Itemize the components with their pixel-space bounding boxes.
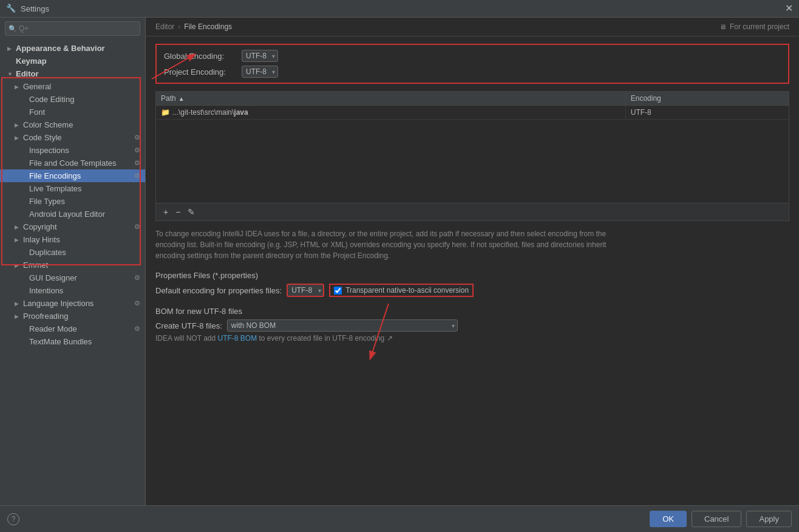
bottom-right: OK Cancel Apply: [650, 511, 792, 527]
sidebar-item-inspections[interactable]: Inspections ⚙: [0, 144, 145, 157]
sidebar-item-textmate[interactable]: TextMate Bundles: [0, 335, 145, 348]
help-button[interactable]: ?: [7, 513, 19, 525]
chevron-icon: ▶: [15, 84, 21, 90]
apply-button[interactable]: Apply: [746, 511, 792, 527]
sidebar-item-label: Emmet: [23, 261, 48, 270]
monitor-icon: 🖥: [719, 23, 726, 30]
sidebar-item-duplicates[interactable]: Duplicates: [0, 246, 145, 259]
sidebar-item-label: GUI Designer: [29, 273, 77, 282]
sidebar-item-inlay-hints[interactable]: ▶ Inlay Hints: [0, 233, 145, 246]
sidebar-item-file-encodings[interactable]: File Encodings ⚙: [0, 169, 145, 182]
bom-section: BOM for new UTF-8 files Create UTF-8 fil…: [155, 307, 789, 343]
dialog-body: 🔍 ▶ Appearance & Behavior ▶ Keymap ▼: [0, 18, 799, 505]
settings-icon: ⚙: [134, 223, 140, 231]
table-row[interactable]: 📁 ...​\git-test\src\main\java UTF-8: [156, 106, 789, 120]
sidebar-item-label: Reader Mode: [29, 324, 77, 333]
sidebar-item-copyright[interactable]: ▶ Copyright ⚙: [0, 220, 145, 233]
edit-button[interactable]: ✎: [185, 206, 197, 218]
sidebar-item-label: Keymap: [16, 56, 47, 66]
global-encoding-label: Global Encoding:: [164, 52, 237, 61]
bottom-left: ?: [7, 513, 19, 525]
path-value: ...​\git-test\src\main\java: [172, 108, 248, 117]
sidebar-item-emmet[interactable]: ▶ Emmet: [0, 259, 145, 271]
sidebar-item-intentions[interactable]: Intentions: [0, 284, 145, 297]
chevron-icon: ▶: [15, 135, 21, 141]
sidebar-item-label: Editor: [16, 69, 39, 78]
project-encoding-select[interactable]: UTF-8: [242, 66, 278, 78]
sidebar-item-keymap[interactable]: ▶ Keymap: [0, 55, 145, 67]
sidebar-item-label: File Encodings: [29, 171, 81, 180]
sidebar-item-label: Copyright: [23, 222, 57, 231]
properties-encoding-select[interactable]: UTF-8: [287, 284, 324, 297]
path-table: Path ▲ Encoding 📁 ...​\git-test\src\main…: [155, 91, 789, 221]
bom-link[interactable]: UTF-8 BOM: [217, 334, 257, 343]
global-encoding-select[interactable]: UTF-8: [242, 50, 278, 62]
project-link[interactable]: For current project: [730, 22, 789, 31]
breadcrumb: Editor › File Encodings 🖥 For current pr…: [146, 18, 799, 36]
sidebar-item-reader-mode[interactable]: Reader Mode ⚙: [0, 322, 145, 335]
bom-note-prefix: IDEA will NOT add: [155, 334, 217, 343]
sidebar-item-file-types[interactable]: File Types: [0, 195, 145, 208]
settings-icon: ⚙: [134, 134, 140, 142]
sidebar-item-general[interactable]: ▶ General: [0, 80, 145, 93]
transparent-checkbox[interactable]: [334, 287, 342, 295]
bom-note: IDEA will NOT add UTF-8 BOM to every cre…: [155, 334, 789, 343]
sidebar-item-file-code-templates[interactable]: File and Code Templates ⚙: [0, 157, 145, 169]
path-cell: 📁 ...​\git-test\src\main\java: [156, 106, 626, 119]
project-encoding-label: Project Encoding:: [164, 67, 237, 77]
settings-icon: ⚙: [134, 159, 140, 167]
sidebar-item-label: Font: [29, 107, 45, 117]
encoding-cell: UTF-8: [626, 106, 789, 119]
chevron-icon: ▶: [15, 301, 21, 307]
sidebar-item-label: Duplicates: [29, 248, 66, 257]
bom-note-suffix: to every created file in UTF-8 encoding …: [257, 334, 392, 343]
breadcrumb-parent: Editor: [155, 22, 174, 31]
encoding-section: Global Encoding: UTF-8 Project Encoding:…: [155, 44, 789, 84]
chevron-icon: ▶: [15, 237, 21, 243]
sidebar-item-gui-designer[interactable]: GUI Designer ⚙: [0, 271, 145, 284]
global-encoding-row: Global Encoding: UTF-8: [164, 50, 781, 62]
sidebar-item-android-layout[interactable]: Android Layout Editor: [0, 208, 145, 220]
ok-button[interactable]: OK: [650, 511, 687, 527]
remove-button[interactable]: −: [173, 206, 183, 218]
chevron-icon: ▶: [15, 262, 21, 268]
sidebar-item-live-templates[interactable]: Live Templates: [0, 182, 145, 195]
properties-section: Properties Files (*.properties) Default …: [155, 268, 789, 297]
settings-icon: ⚙: [134, 146, 140, 154]
sidebar-item-proofreading[interactable]: ▶ Proofreading: [0, 310, 145, 322]
title-bar-title: Settings: [21, 4, 780, 13]
sidebar-item-label: Appearance & Behavior: [16, 44, 105, 53]
project-encoding-row: Project Encoding: UTF-8: [164, 66, 781, 78]
search-box: 🔍: [5, 21, 140, 36]
chevron-icon: ▶: [15, 313, 21, 319]
search-icon: 🔍: [8, 25, 17, 33]
create-label: Create UTF-8 files:: [155, 321, 222, 330]
sidebar-item-appearance[interactable]: ▶ Appearance & Behavior: [0, 42, 145, 55]
path-column-header: Path ▲: [156, 92, 626, 105]
sidebar-item-label: General: [23, 82, 51, 91]
breadcrumb-separator: ›: [178, 22, 180, 31]
sidebar-item-font[interactable]: Font: [0, 106, 145, 118]
add-button[interactable]: +: [161, 206, 171, 218]
cancel-button[interactable]: Cancel: [692, 511, 741, 527]
sidebar-item-language-injections[interactable]: ▶ Language Injections ⚙: [0, 297, 145, 310]
sidebar-item-label: Color Scheme: [23, 120, 73, 129]
properties-section-title: Properties Files (*.properties): [155, 271, 789, 280]
sidebar-item-label: Inlay Hints: [23, 235, 60, 244]
sidebar-item-label: File and Code Templates: [29, 159, 117, 168]
sidebar-item-color-scheme[interactable]: ▶ Color Scheme: [0, 118, 145, 131]
sidebar-tree: ▶ Appearance & Behavior ▶ Keymap ▼ Edito…: [0, 39, 145, 350]
properties-row: Default encoding for properties files: U…: [155, 284, 789, 297]
folder-icon: 📁: [161, 108, 170, 117]
sidebar-item-editor[interactable]: ▼ Editor: [0, 67, 145, 80]
bom-title: BOM for new UTF-8 files: [155, 307, 789, 316]
close-button[interactable]: ✕: [785, 4, 793, 13]
bottom-bar: ? OK Cancel Apply: [0, 505, 799, 532]
sidebar-item-code-style[interactable]: ▶ Code Style ⚙: [0, 131, 145, 144]
chevron-icon: ▶: [7, 46, 13, 52]
sort-arrow-icon: ▲: [178, 95, 185, 102]
sidebar-item-code-editing[interactable]: Code Editing: [0, 93, 145, 106]
main-content: Editor › File Encodings 🖥 For current pr…: [146, 18, 799, 505]
bom-select[interactable]: with NO BOM with BOM: [227, 319, 458, 332]
search-input[interactable]: [5, 21, 140, 36]
